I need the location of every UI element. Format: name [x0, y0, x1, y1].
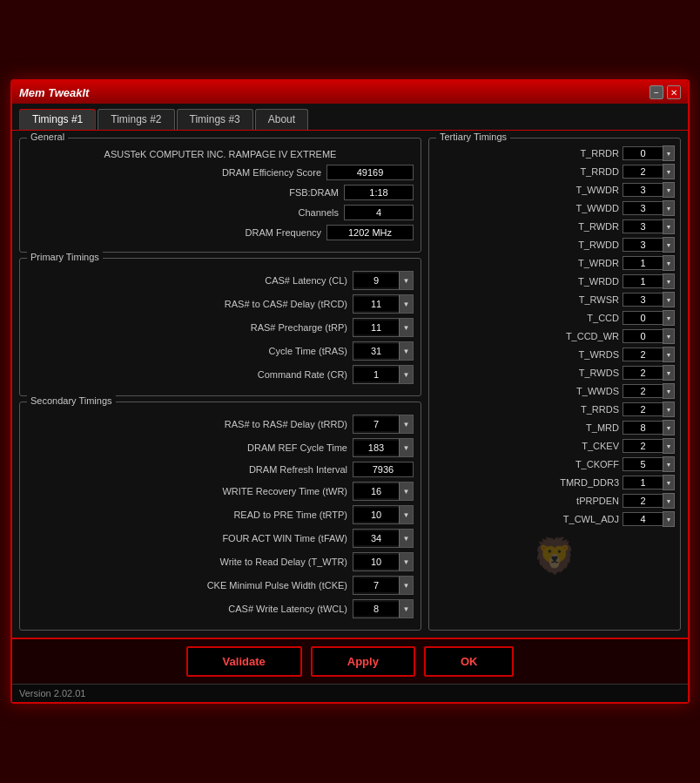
dropdown-arrow-icon[interactable]: ▼ [399, 553, 413, 570]
tertiary-dropdown[interactable]: 0 ▼ [623, 310, 675, 326]
secondary-dropdown[interactable]: 7 ▼ [353, 576, 414, 595]
tertiary-dropdown[interactable]: 3 ▼ [623, 182, 675, 198]
primary-dropdown[interactable]: 1 ▼ [353, 365, 414, 384]
tertiary-arrow-icon[interactable]: ▼ [663, 182, 675, 198]
tertiary-dropdown[interactable]: 2 ▼ [623, 365, 675, 381]
tab-timings2[interactable]: Timings #2 [98, 109, 174, 130]
validate-button[interactable]: Validate [186, 646, 302, 677]
primary-field-value: 11 [353, 321, 399, 334]
primary-field-label: Command Rate (CR) [258, 369, 347, 380]
primary-dropdown[interactable]: 11 ▼ [353, 318, 414, 337]
tertiary-arrow-icon[interactable]: ▼ [663, 365, 675, 381]
tertiary-dropdown[interactable]: 1 ▼ [623, 475, 675, 490]
tertiary-arrow-icon[interactable]: ▼ [663, 310, 675, 326]
tertiary-arrow-icon[interactable]: ▼ [663, 347, 675, 362]
dropdown-arrow-icon[interactable]: ▼ [399, 272, 413, 289]
dropdown-arrow-icon[interactable]: ▼ [399, 342, 413, 360]
secondary-field-label: Write to Read Delay (T_WTR) [220, 557, 348, 567]
close-button[interactable]: ✕ [667, 85, 681, 99]
tertiary-dropdown[interactable]: 1 ▼ [623, 255, 675, 271]
primary-dropdown[interactable]: 9 ▼ [353, 271, 414, 290]
dropdown-arrow-icon[interactable]: ▼ [399, 600, 413, 618]
dropdown-arrow-icon[interactable]: ▼ [399, 319, 413, 336]
minimize-button[interactable]: − [650, 85, 663, 99]
tertiary-arrow-icon[interactable]: ▼ [663, 438, 675, 454]
secondary-dropdown[interactable]: 183 ▼ [353, 438, 414, 457]
freq-value: 1202 MHz [326, 225, 414, 240]
tertiary-field-value: 3 [623, 293, 663, 307]
dropdown-arrow-icon[interactable]: ▼ [399, 530, 413, 547]
secondary-dropdown[interactable]: 8 ▼ [353, 599, 414, 618]
tertiary-arrow-icon[interactable]: ▼ [663, 328, 675, 344]
tertiary-field-value: 0 [623, 146, 663, 160]
ok-button[interactable]: OK [424, 646, 515, 677]
tertiary-arrow-icon[interactable]: ▼ [663, 493, 675, 509]
dropdown-arrow-icon[interactable]: ▼ [399, 366, 413, 383]
tertiary-field-label: T_WWDR [541, 185, 619, 195]
tertiary-field-row: T_WWDS 2 ▼ [434, 383, 675, 399]
tertiary-field-row: T_WWDD 3 ▼ [434, 200, 675, 216]
primary-field-row: RAS# to CAS# Delay (tRCD) 11 ▼ [27, 294, 414, 314]
tertiary-dropdown[interactable]: 3 ▼ [623, 219, 675, 234]
tertiary-dropdown[interactable]: 5 ▼ [623, 456, 675, 472]
tertiary-arrow-icon[interactable]: ▼ [663, 145, 675, 161]
dropdown-arrow-icon[interactable]: ▼ [399, 295, 413, 313]
tab-timings1[interactable]: Timings #1 [19, 109, 96, 130]
tertiary-dropdown[interactable]: 2 ▼ [623, 438, 675, 454]
tertiary-arrow-icon[interactable]: ▼ [663, 219, 675, 234]
tertiary-dropdown[interactable]: 1 ▼ [623, 273, 675, 289]
secondary-dropdown[interactable]: 7 ▼ [353, 415, 414, 434]
primary-dropdown[interactable]: 31 ▼ [353, 341, 414, 361]
tertiary-arrow-icon[interactable]: ▼ [663, 420, 675, 435]
tab-timings3[interactable]: Timings #3 [177, 109, 253, 130]
tertiary-dropdown[interactable]: 4 ▼ [623, 511, 675, 527]
secondary-dropdown[interactable]: 16 ▼ [353, 482, 414, 501]
tertiary-dropdown[interactable]: 0 ▼ [623, 145, 675, 161]
tertiary-arrow-icon[interactable]: ▼ [663, 511, 675, 527]
tertiary-field-label: T_CCD_WR [541, 331, 619, 341]
tertiary-field-value: 2 [623, 348, 663, 361]
tertiary-arrow-icon[interactable]: ▼ [663, 475, 675, 490]
tertiary-arrow-icon[interactable]: ▼ [663, 255, 675, 271]
primary-group: Primary Timings CAS# Latency (CL) 9 ▼ RA… [19, 258, 421, 396]
dropdown-arrow-icon[interactable]: ▼ [399, 483, 413, 500]
secondary-dropdown[interactable]: 10 ▼ [353, 505, 414, 524]
dropdown-arrow-icon[interactable]: ▼ [399, 415, 413, 433]
tertiary-arrow-icon[interactable]: ▼ [663, 273, 675, 289]
tertiary-field-row: T_CKOFF 5 ▼ [434, 456, 675, 472]
apply-button[interactable]: Apply [311, 646, 415, 677]
tertiary-arrow-icon[interactable]: ▼ [663, 292, 675, 307]
tertiary-dropdown[interactable]: 0 ▼ [623, 328, 675, 344]
tertiary-dropdown[interactable]: 2 ▼ [623, 164, 675, 179]
tertiary-arrow-icon[interactable]: ▼ [663, 237, 675, 253]
tertiary-field-row: tPRPDEN 2 ▼ [434, 493, 675, 509]
tertiary-arrow-icon[interactable]: ▼ [663, 200, 675, 216]
tertiary-dropdown[interactable]: 3 ▼ [623, 237, 675, 253]
tertiary-field-label: T_WRDR [541, 258, 619, 268]
primary-dropdown[interactable]: 11 ▼ [353, 294, 414, 314]
secondary-title: Secondary Timings [27, 395, 116, 406]
dropdown-arrow-icon[interactable]: ▼ [399, 577, 413, 594]
secondary-dropdown[interactable]: 34 ▼ [353, 529, 414, 548]
dropdown-arrow-icon[interactable]: ▼ [399, 506, 413, 523]
tertiary-dropdown[interactable]: 2 ▼ [623, 383, 675, 399]
tertiary-dropdown[interactable]: 2 ▼ [623, 402, 675, 417]
tertiary-arrow-icon[interactable]: ▼ [663, 383, 675, 399]
tertiary-dropdown[interactable]: 3 ▼ [623, 200, 675, 216]
secondary-field-value: 10 [353, 508, 399, 522]
tab-about[interactable]: About [255, 109, 308, 130]
primary-field-label: CAS# Latency (CL) [265, 275, 347, 286]
tertiary-dropdown[interactable]: 2 ▼ [623, 493, 675, 509]
secondary-dropdown[interactable]: 10 ▼ [353, 552, 414, 571]
primary-field-row: CAS# Latency (CL) 9 ▼ [27, 271, 414, 290]
tertiary-dropdown[interactable]: 2 ▼ [623, 347, 675, 362]
tertiary-field-label: T_WRDS [541, 349, 619, 360]
tertiary-arrow-icon[interactable]: ▼ [663, 456, 675, 472]
tertiary-title: Tertiary Timings [436, 132, 510, 142]
tertiary-dropdown[interactable]: 8 ▼ [623, 420, 675, 435]
dropdown-arrow-icon[interactable]: ▼ [399, 439, 413, 456]
tertiary-arrow-icon[interactable]: ▼ [663, 402, 675, 417]
primary-field-value: 9 [353, 273, 399, 287]
tertiary-arrow-icon[interactable]: ▼ [663, 164, 675, 179]
tertiary-dropdown[interactable]: 3 ▼ [623, 292, 675, 307]
